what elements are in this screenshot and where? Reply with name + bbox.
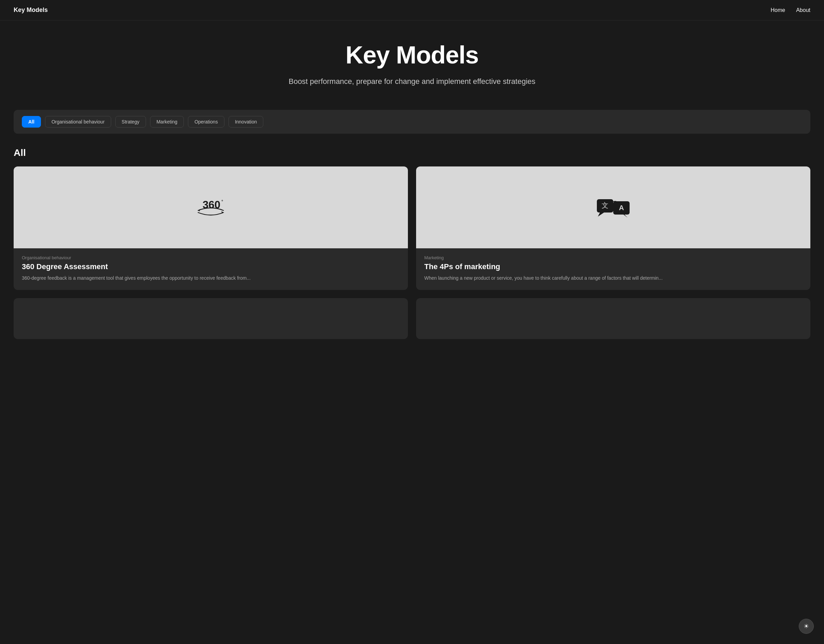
translate-icon: 文 A bbox=[593, 187, 634, 228]
nav-links: Home About bbox=[771, 7, 811, 13]
card-4ps-title: The 4Ps of marketing bbox=[424, 262, 802, 271]
cards-grid: 360 ° Organisational behaviour 360 Degre… bbox=[14, 166, 810, 290]
filter-marketing-button[interactable]: Marketing bbox=[150, 116, 184, 128]
card-360-title: 360 Degree Assessment bbox=[22, 262, 400, 271]
card-360-assessment[interactable]: 360 ° Organisational behaviour 360 Degre… bbox=[14, 166, 408, 290]
partial-cards-row bbox=[14, 298, 810, 339]
card-4ps-desc: When launching a new product or service,… bbox=[424, 275, 802, 282]
card-4ps-image: 文 A bbox=[416, 166, 810, 248]
hero-subtitle: Boost performance, prepare for change an… bbox=[14, 77, 810, 86]
svg-text:文: 文 bbox=[602, 201, 609, 209]
main-section: All 360 ° Organisat bbox=[0, 144, 824, 353]
filter-strategy-button[interactable]: Strategy bbox=[115, 116, 146, 128]
navbar: Key Models Home About bbox=[0, 0, 824, 20]
filter-all-button[interactable]: All bbox=[22, 116, 41, 128]
card-4ps-category: Marketing bbox=[424, 255, 802, 260]
filter-org-behaviour-button[interactable]: Organisational behaviour bbox=[45, 116, 111, 128]
hero-section: Key Models Boost performance, prepare fo… bbox=[0, 20, 824, 100]
filter-innovation-button[interactable]: Innovation bbox=[229, 116, 264, 128]
svg-marker-8 bbox=[623, 215, 627, 218]
card-4ps-body: Marketing The 4Ps of marketing When laun… bbox=[416, 248, 810, 290]
svg-marker-5 bbox=[598, 212, 604, 217]
card-360-category: Organisational behaviour bbox=[22, 255, 400, 260]
svg-marker-3 bbox=[198, 209, 200, 212]
nav-about-link[interactable]: About bbox=[796, 7, 810, 13]
card-360-image: 360 ° bbox=[14, 166, 408, 248]
nav-home-link[interactable]: Home bbox=[771, 7, 786, 13]
card-4ps-marketing[interactable]: 文 A Marketing The 4Ps of marketing When … bbox=[416, 166, 810, 290]
partial-card-right[interactable] bbox=[416, 298, 810, 339]
svg-text:A: A bbox=[619, 204, 624, 212]
nav-brand: Key Models bbox=[14, 6, 48, 14]
filter-bar: All Organisational behaviour Strategy Ma… bbox=[14, 110, 810, 134]
card-360-body: Organisational behaviour 360 Degree Asse… bbox=[14, 248, 408, 290]
card-360-desc: 360-degree feedback is a management tool… bbox=[22, 275, 400, 282]
svg-text:°: ° bbox=[221, 199, 223, 204]
page-title: Key Models bbox=[14, 41, 810, 69]
section-title: All bbox=[14, 148, 810, 158]
theme-toggle-icon: ☀ bbox=[804, 622, 809, 630]
theme-toggle-button[interactable]: ☀ bbox=[799, 619, 814, 634]
360-icon: 360 ° bbox=[190, 187, 231, 228]
filter-operations-button[interactable]: Operations bbox=[188, 116, 224, 128]
partial-card-left[interactable] bbox=[14, 298, 408, 339]
